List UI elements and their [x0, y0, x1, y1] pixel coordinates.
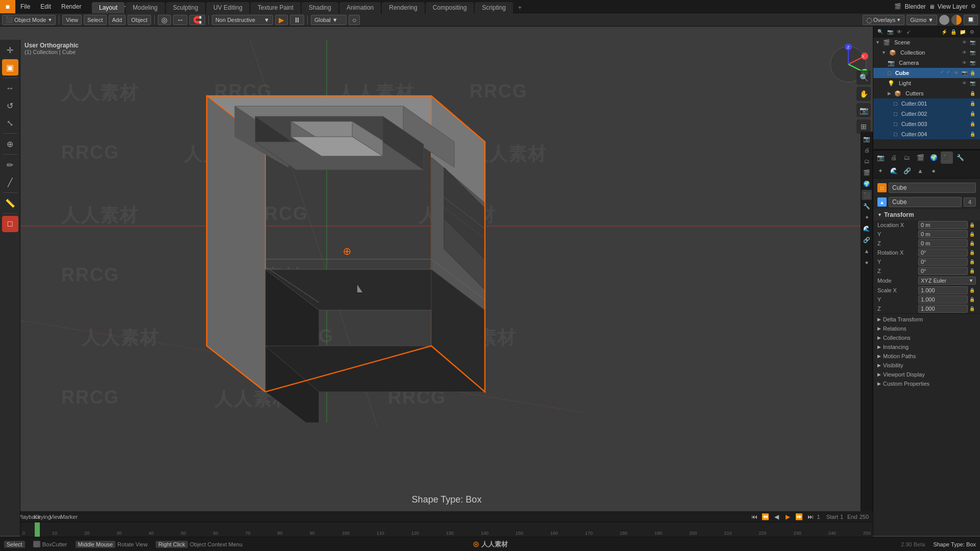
outliner-cutter001-item[interactable]: □ Cutter.001 🔒: [873, 98, 980, 109]
outliner-cutters-item[interactable]: ▶ 📦 Cutters 🔒: [873, 88, 980, 98]
prop-tab-object[interactable]: ⬛: [941, 152, 953, 164]
outliner-option-3[interactable]: 📁: [959, 28, 967, 36]
add-workspace-button[interactable]: +: [514, 2, 526, 13]
prop-tab-material[interactable]: ●: [927, 165, 940, 177]
timeline-marker-dropdown[interactable]: Marker: [64, 512, 74, 521]
tab-shading[interactable]: Shading: [302, 2, 338, 13]
cursor-tool[interactable]: ✛: [2, 42, 18, 58]
outliner-option-1[interactable]: ⚡: [940, 28, 948, 36]
scale-z-lock[interactable]: 🔒: [968, 306, 976, 311]
tab-animation[interactable]: Animation: [339, 2, 381, 13]
tab-layout[interactable]: Layout: [92, 2, 125, 13]
menu-file[interactable]: File: [15, 0, 35, 13]
timeline-playback-dropdown[interactable]: Playback: [24, 512, 34, 521]
motion-paths-section[interactable]: ▶ Motion Paths: [873, 352, 980, 361]
scene-render-btn[interactable]: 📷: [969, 39, 976, 46]
light-vis-btn[interactable]: 👁: [961, 80, 968, 87]
prop-icon-material[interactable]: ●: [862, 257, 872, 267]
object-menu-btn[interactable]: Object: [128, 15, 151, 25]
shading-xray-btn[interactable]: 🔲: [964, 15, 978, 25]
cube-lock-btn[interactable]: 🔒: [969, 69, 976, 77]
tab-compositing[interactable]: Compositing: [426, 2, 474, 13]
prop-icon-object[interactable]: ⬛: [862, 190, 872, 200]
mode-selector[interactable]: ⬛Object Mode▼: [2, 15, 56, 25]
scale-x-input[interactable]: 1.000: [918, 286, 968, 294]
outliner-cutter004-item[interactable]: □ Cutter.004 🔒: [873, 129, 980, 139]
vp-tool-3[interactable]: 📷: [856, 103, 871, 117]
prop-icon-output[interactable]: 🖨: [862, 145, 872, 155]
select-tool[interactable]: ▣: [2, 59, 18, 76]
move-tool[interactable]: ↔: [2, 80, 18, 96]
camera-render-btn[interactable]: 📷: [969, 59, 976, 66]
prop-icon-render[interactable]: 📷: [862, 134, 872, 144]
annotate-tool[interactable]: ✏: [2, 157, 18, 173]
proportional-edit-btn[interactable]: ○: [349, 15, 360, 25]
outliner-option-4[interactable]: ⚙: [968, 28, 976, 36]
prop-tab-constraints[interactable]: 🔗: [901, 165, 913, 177]
tab-uv-editing[interactable]: UV Editing: [206, 2, 250, 13]
location-x-input[interactable]: 0 m: [918, 221, 968, 229]
prop-tab-scene[interactable]: 🎬: [914, 152, 926, 164]
prop-icon-world[interactable]: 🌍: [862, 179, 872, 189]
rotation-z-lock[interactable]: 🔒: [968, 268, 976, 273]
location-z-lock[interactable]: 🔒: [968, 241, 976, 246]
tab-sculpting[interactable]: Sculpting: [166, 2, 205, 13]
cube-render-btn[interactable]: 📷: [961, 69, 968, 77]
visibility-section[interactable]: ▶ Visibility: [873, 361, 980, 370]
timeline-keying-dropdown[interactable]: Keying: [38, 512, 47, 521]
outliner-cutter003-item[interactable]: □ Cutter.003 🔒: [873, 119, 980, 129]
viewport-display-section[interactable]: ▶ Viewport Display: [873, 370, 980, 379]
timeline-ruler[interactable]: Playback Keying View Marker ⏮ ⏪ ◀ ▶ ⏩ ⏭ …: [20, 511, 873, 537]
transform-btn[interactable]: ↔: [173, 15, 187, 25]
rotation-x-input[interactable]: 0°: [918, 248, 968, 257]
cube-vis-btn[interactable]: 👁: [952, 69, 960, 77]
pause-btn[interactable]: ⏸: [290, 15, 304, 25]
prop-icon-scene[interactable]: 🎬: [862, 167, 872, 178]
location-y-input[interactable]: 0 m: [918, 230, 968, 238]
filter-hide-icon[interactable]: 👁: [895, 28, 903, 36]
global-dropdown[interactable]: Global▼: [311, 15, 347, 25]
prop-tab-particles[interactable]: ✦: [874, 165, 887, 177]
location-z-input[interactable]: 0 m: [918, 239, 968, 247]
vp-tool-1[interactable]: 🔍: [856, 70, 871, 85]
tl-prev-frame-btn[interactable]: ⏪: [761, 512, 770, 521]
prop-icon-physics[interactable]: 🌊: [862, 223, 872, 234]
rotation-y-input[interactable]: 0°: [918, 258, 968, 266]
delta-transform-section[interactable]: ▶ Delta Transform: [873, 315, 980, 324]
prop-tab-view-layer[interactable]: 🗂: [901, 152, 913, 164]
data-name-input[interactable]: Cube: [889, 197, 962, 207]
measure-tool[interactable]: 📏: [2, 195, 18, 211]
prop-tab-modifiers[interactable]: 🔧: [954, 152, 966, 164]
prop-icon-modifiers[interactable]: 🔧: [862, 201, 872, 211]
nondestructive-dropdown[interactable]: Non Destructive ▼: [212, 15, 273, 25]
collection-vis-btn[interactable]: 👁: [961, 49, 968, 56]
cutters-lock-btn[interactable]: 🔒: [969, 90, 976, 97]
play-btn[interactable]: ▶: [275, 15, 288, 25]
outliner-collection-item[interactable]: ▼ 📦 Collection 👁 📷: [873, 47, 980, 58]
outliner-cube-item[interactable]: □ Cube ✓ ✓ 👁 📷 🔒: [873, 68, 980, 78]
c002-lock-btn[interactable]: 🔒: [969, 110, 976, 117]
tl-next-frame-btn[interactable]: ⏩: [795, 512, 804, 521]
prop-icon-particles[interactable]: ✦: [862, 212, 872, 222]
tl-skip-start-btn[interactable]: ⏮: [750, 512, 759, 521]
relations-section[interactable]: ▶ Relations: [873, 324, 980, 333]
c003-lock-btn[interactable]: 🔒: [969, 120, 976, 128]
tl-play-btn[interactable]: ▶: [783, 512, 793, 521]
c004-lock-btn[interactable]: 🔒: [969, 131, 976, 138]
rotate-tool[interactable]: ↺: [2, 97, 18, 114]
outliner-camera-item[interactable]: 📷 Camera 👁 📷: [873, 58, 980, 68]
rotation-z-input[interactable]: 0°: [918, 267, 968, 275]
transform-tool[interactable]: ⊕: [2, 136, 18, 152]
rotation-x-lock[interactable]: 🔒: [968, 250, 976, 255]
c001-lock-btn[interactable]: 🔒: [969, 100, 976, 107]
add-cube-tool[interactable]: □: [2, 216, 18, 232]
tl-play-reverse-btn[interactable]: ◀: [772, 512, 781, 521]
outliner-scene-item[interactable]: ▼ 🎬 Scene 👁 📷: [873, 37, 980, 47]
menu-edit[interactable]: Edit: [35, 0, 56, 13]
location-x-lock[interactable]: 🔒: [968, 222, 976, 228]
collection-render-btn[interactable]: 📷: [969, 49, 976, 56]
annotate-line-tool[interactable]: ╱: [2, 174, 18, 190]
select-menu-btn[interactable]: Select: [84, 15, 107, 25]
prop-icon-view-layer[interactable]: 🗂: [862, 156, 872, 166]
3d-viewport[interactable]: 人人素材 RRCG 人人素材 RRCG RRCG 人人素材 RRCG 人人素材 …: [20, 40, 873, 536]
